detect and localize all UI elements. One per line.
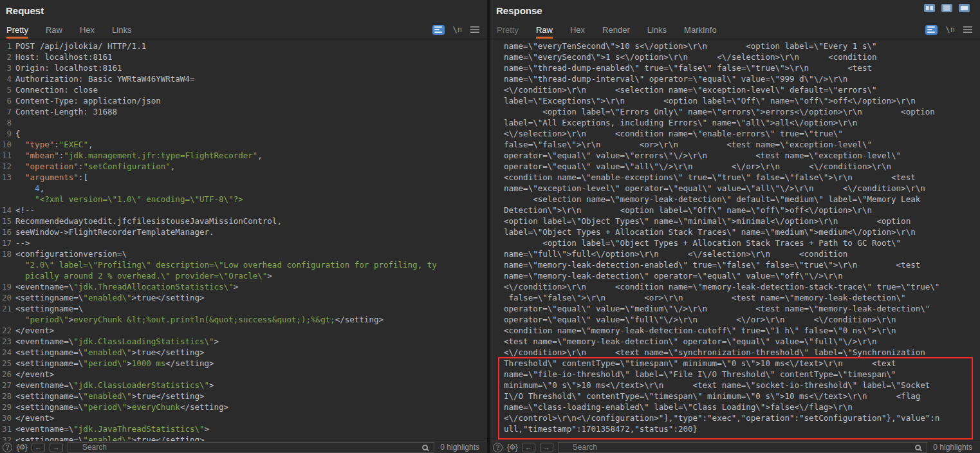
request-tabbar: PrettyRawHexLinks \n <box>0 21 487 39</box>
newline-toggle-icon[interactable]: \n <box>946 25 955 34</box>
line-number: 24 <box>0 347 15 358</box>
tab-pretty[interactable]: Pretty <box>6 21 28 39</box>
response-code-line: <option label=\"Errors Only\" name=\"err… <box>504 106 980 117</box>
response-code-line: ull,"timestamp":1701358472,"status":200} <box>504 423 980 434</box>
search-icon <box>422 445 428 450</box>
search-prev-button[interactable]: ← <box>32 443 45 452</box>
response-code-line: <condition name=\"enable-exceptions\" tr… <box>504 172 980 183</box>
response-code-line: operator=\"equal\" value=\"errors\"\/>\r… <box>504 150 980 161</box>
request-code-line: 29<settingname=\"period\">everyChunk</se… <box>0 402 487 412</box>
line-number: 8 <box>0 117 15 128</box>
line-number: 9 <box>0 128 15 139</box>
search-icon <box>915 445 921 450</box>
response-code-line: I\/O Threshold\" contentType=\"timespan\… <box>504 391 980 402</box>
search-field <box>68 442 435 453</box>
line-number <box>0 194 15 205</box>
tab-links[interactable]: Links <box>112 21 131 39</box>
wrap-lines-icon[interactable] <box>432 25 445 35</box>
request-editor[interactable]: 1POST /api/jolokia/ HTTP/1.12Host: local… <box>0 39 487 441</box>
line-number: 13 <box>0 172 15 183</box>
layout-rows-icon[interactable] <box>941 4 952 12</box>
wrap-lines-icon[interactable] <box>925 25 938 35</box>
line-number: 5 <box>0 84 15 95</box>
request-code-line: 10 "type":"EXEC", <box>0 139 487 150</box>
request-code-line: 28<settingname=\"enabled\">true</setting… <box>0 391 487 402</box>
layout-columns-icon[interactable] <box>924 4 935 12</box>
line-number: 31 <box>0 423 15 434</box>
response-code-line: name=\"thread-dump-enabled\" true=\"fals… <box>504 62 980 73</box>
response-code-line: <option label=\"Object Types + Allocatio… <box>504 237 980 248</box>
tab-hex[interactable]: Hex <box>80 21 95 39</box>
line-number <box>0 259 15 270</box>
search-input[interactable] <box>560 443 916 452</box>
request-title: Request <box>6 5 44 16</box>
response-tabbar: PrettyRawHexRenderLinksMarkInfo \n <box>490 21 980 39</box>
help-icon[interactable]: ? <box>3 443 12 452</box>
search-input[interactable] <box>69 443 423 452</box>
line-number: 14 <box>0 205 15 216</box>
request-code-line: "2.0\" label=\"Profiling\" description=\… <box>0 259 487 270</box>
response-panel-header: Response <box>490 0 980 21</box>
response-code-line: <\/condition>\r\n <selection name=\"exce… <box>504 84 980 95</box>
response-code: name=\"everyTenSecond\">10 s<\/option>\r… <box>490 41 980 434</box>
response-code-line: Threshold\" contentType=\"timespan\" min… <box>504 358 980 369</box>
search-settings-gear-icon[interactable]: {⚙} <box>17 443 27 452</box>
line-number: 12 <box>0 161 15 172</box>
response-code-line: name=\"everyTenSecond\">10 s<\/option>\r… <box>504 41 980 51</box>
response-code-line: false=\"false\">\r\n <or>\r\n <test name… <box>504 139 980 150</box>
request-code-line: "<?xml version=\"1.0\" encoding=\"UTF-8\… <box>0 194 487 205</box>
response-editor[interactable]: name=\"everyTenSecond\">10 s<\/option>\r… <box>490 39 980 441</box>
search-next-button[interactable]: → <box>50 443 63 452</box>
search-prev-button[interactable]: ← <box>522 443 535 452</box>
response-search-bar: ? {⚙} ← → 0 highlights <box>490 441 980 453</box>
line-number: 6 <box>0 95 15 106</box>
menu-icon[interactable] <box>470 26 479 33</box>
search-next-button[interactable]: → <box>540 443 553 452</box>
line-number: 21 <box>0 303 15 314</box>
response-code-line: name=\"class-loading-enabled\" label=\"C… <box>504 402 980 412</box>
response-code-line: name=\"thread-dump-interval\" operator=\… <box>504 73 980 84</box>
request-code: 1POST /api/jolokia/ HTTP/1.12Host: local… <box>0 41 487 441</box>
line-number: 30 <box>0 412 15 423</box>
line-number: 7 <box>0 106 15 117</box>
response-code-line: Detection\">\r\n <option label=\"Off\" n… <box>504 205 980 216</box>
request-code-line: 14<!-- <box>0 205 487 216</box>
line-number: 22 <box>0 325 15 336</box>
tab-raw[interactable]: Raw <box>536 21 553 39</box>
request-code-line: 15Recommendedwaytoedit.jfcfilesistouseJa… <box>0 216 487 226</box>
newline-toggle-icon[interactable]: \n <box>453 25 462 34</box>
layout-single-icon[interactable] <box>959 4 970 12</box>
line-number: 23 <box>0 336 15 347</box>
response-code-line: false=\"false\">\r\n <or>\r\n <test name… <box>504 292 980 303</box>
line-number: 25 <box>0 358 15 369</box>
line-number: 17 <box>0 237 15 248</box>
request-toolbar-icons: \n <box>432 21 479 39</box>
help-icon[interactable]: ? <box>493 443 503 452</box>
request-code-line: 24<settingname=\"enabled\">true</setting… <box>0 347 487 358</box>
request-code-line: 19<eventname=\"jdk.ThreadAllocationStati… <box>0 281 487 292</box>
menu-icon[interactable] <box>963 26 972 33</box>
request-code-line: 13 "arguments":[ <box>0 172 487 183</box>
request-code-line: 2Host: localhost:8161 <box>0 51 487 62</box>
request-code-line: 5Connection: close <box>0 84 487 95</box>
line-number: 16 <box>0 226 15 237</box>
search-settings-gear-icon[interactable]: {⚙} <box>507 443 517 452</box>
tab-markinfo[interactable]: MarkInfo <box>684 21 717 39</box>
request-code-line: 26</event> <box>0 369 487 380</box>
response-code-line: <\/control>\r\n<\/configuration>"],"type… <box>504 412 980 423</box>
response-code-line: name=\"memory-leak-detection\" operator=… <box>504 270 980 281</box>
tab-raw[interactable]: Raw <box>46 21 62 39</box>
response-code-line: <\/condition>\r\n <condition name=\"memo… <box>504 281 980 292</box>
request-code-line: 22</event> <box>0 325 487 336</box>
tab-render[interactable]: Render <box>602 21 630 39</box>
tab-pretty[interactable]: Pretty <box>497 21 519 39</box>
request-code-line: 23<eventname=\"jdk.ClassLoadingStatistic… <box>0 336 487 347</box>
line-number: 32 <box>0 434 15 441</box>
line-number: 26 <box>0 369 15 380</box>
tab-links[interactable]: Links <box>647 21 667 39</box>
request-code-line: 8 <box>0 117 487 128</box>
tab-hex[interactable]: Hex <box>570 21 585 39</box>
line-number: 3 <box>0 62 15 73</box>
response-code-line: <test name=\"memory-leak-detection\" ope… <box>504 336 980 347</box>
response-tabs: PrettyRawHexRenderLinksMarkInfo <box>497 21 734 39</box>
